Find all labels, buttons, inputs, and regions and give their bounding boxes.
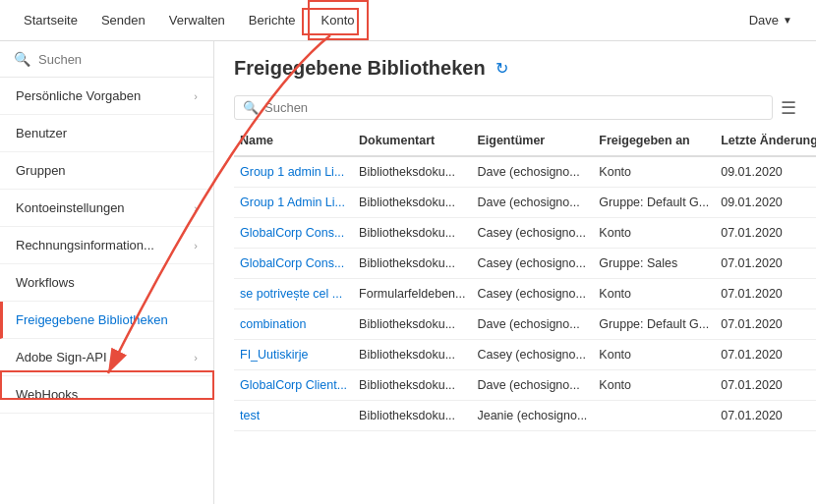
col-last-changed[interactable]: Letzte Änderung ▼ (715, 126, 816, 156)
sidebar-item-adobe-sign-api[interactable]: Adobe Sign-API › (0, 339, 213, 376)
col-name: Name (234, 126, 353, 156)
cell-type: Bibliotheksdoku... (353, 340, 471, 370)
cell-shared: Gruppe: Default G... (593, 309, 715, 340)
cell-owner: Dave (echosigno... (471, 309, 593, 340)
top-navigation: Startseite Senden Verwalten Berichte Kon… (0, 0, 816, 41)
cell-shared: Konto (593, 370, 715, 401)
table-row: Group 1 admin Li... Bibliotheksdoku... D… (234, 156, 816, 188)
cell-shared: Konto (593, 279, 715, 309)
cell-owner: Dave (echosigno... (471, 156, 593, 188)
chevron-down-icon: › (194, 352, 198, 364)
sidebar-item-label: Freigegebene Bibliotheken (16, 312, 168, 327)
toolbar-search-container[interactable]: 🔍 (234, 95, 773, 120)
cell-type: Bibliotheksdoku... (353, 188, 471, 218)
cell-type: Bibliotheksdoku... (353, 218, 471, 249)
cell-last-changed: 07.01.2020 (715, 309, 816, 340)
cell-type: Bibliotheksdoku... (353, 156, 471, 188)
table-header-row: Name Dokumentart Eigentümer Freigegeben … (234, 126, 816, 156)
cell-name[interactable]: GlobalCorp Cons... (234, 218, 353, 249)
cell-owner: Casey (echosigno... (471, 279, 593, 309)
cell-type: Bibliotheksdoku... (353, 401, 471, 431)
user-chevron-icon: ▼ (783, 15, 792, 26)
col-owner: Eigentümer (471, 126, 593, 156)
nav-berichte[interactable]: Berichte (237, 0, 308, 40)
nav-senden[interactable]: Senden (89, 0, 157, 40)
cell-last-changed: 07.01.2020 (715, 401, 816, 431)
cell-last-changed: 07.01.2020 (715, 340, 816, 370)
cell-shared (593, 401, 715, 431)
cell-name[interactable]: combination (234, 309, 353, 340)
cell-name[interactable]: test (234, 401, 353, 431)
sidebar-item-webhooks[interactable]: WebHooks (0, 376, 213, 414)
table-row: Group 1 Admin Li... Bibliotheksdoku... D… (234, 188, 816, 218)
table-row: test Bibliotheksdoku... Jeanie (echosign… (234, 401, 816, 431)
refresh-icon[interactable]: ↻ (495, 59, 508, 78)
main-content: Freigegebene Bibliotheken ↻ 🔍 ☰ Name Dok… (214, 41, 816, 504)
cell-name[interactable]: GlobalCorp Client... (234, 370, 353, 401)
cell-shared: Konto (593, 218, 715, 249)
nav-konto[interactable]: Konto (308, 0, 369, 40)
cell-owner: Casey (echosigno... (471, 340, 593, 370)
content-header: Freigegebene Bibliotheken ↻ (214, 41, 816, 89)
sidebar-item-benutzer[interactable]: Benutzer (0, 115, 213, 152)
toolbar-search-input[interactable] (264, 100, 764, 115)
sidebar-item-rechnungsinformation[interactable]: Rechnungsinformation... › (0, 227, 213, 264)
cell-owner: Dave (echosigno... (471, 370, 593, 401)
sidebar-search-input[interactable] (38, 52, 200, 67)
sidebar-item-label: Workflows (16, 275, 75, 290)
sidebar-item-persoenliche[interactable]: Persönliche Vorgaben › (0, 78, 213, 115)
cell-last-changed: 07.01.2020 (715, 279, 816, 309)
col-shared: Freigegeben an (593, 126, 715, 156)
table-row: combination Bibliotheksdoku... Dave (ech… (234, 309, 816, 340)
library-table: Name Dokumentart Eigentümer Freigegeben … (234, 126, 816, 431)
sidebar-item-label: Kontoeinstellungen (16, 200, 125, 215)
main-layout: 🔍 Persönliche Vorgaben › Benutzer Gruppe… (0, 41, 816, 504)
nav-verwalten[interactable]: Verwalten (157, 0, 237, 40)
cell-name[interactable]: se potrivește cel ... (234, 279, 353, 309)
cell-name[interactable]: GlobalCorp Cons... (234, 249, 353, 279)
chevron-down-icon: › (194, 240, 198, 252)
cell-name[interactable]: Group 1 Admin Li... (234, 188, 353, 218)
sidebar-item-kontoeinstellungen[interactable]: Kontoeinstellungen › (0, 190, 213, 227)
cell-owner: Casey (echosigno... (471, 249, 593, 279)
cell-last-changed: 07.01.2020 (715, 370, 816, 401)
col-type: Dokumentart (353, 126, 471, 156)
nav-startseite[interactable]: Startseite (12, 0, 89, 40)
cell-type: Formularfeldeben... (353, 279, 471, 309)
cell-shared: Konto (593, 340, 715, 370)
sidebar: 🔍 Persönliche Vorgaben › Benutzer Gruppe… (0, 41, 214, 504)
table-row: GlobalCorp Cons... Bibliotheksdoku... Ca… (234, 249, 816, 279)
search-icon: 🔍 (14, 51, 30, 67)
sidebar-item-workflows[interactable]: Workflows (0, 264, 213, 302)
sidebar-search-container[interactable]: 🔍 (0, 41, 213, 78)
table-row: FI_Uutiskirje Bibliotheksdoku... Casey (… (234, 340, 816, 370)
cell-shared: Gruppe: Sales (593, 249, 715, 279)
cell-name[interactable]: FI_Uutiskirje (234, 340, 353, 370)
sidebar-item-freigegebene-bibliotheken[interactable]: Freigegebene Bibliotheken (0, 302, 213, 339)
menu-icon[interactable]: ☰ (781, 97, 796, 119)
cell-last-changed: 09.01.2020 (715, 156, 816, 188)
cell-type: Bibliotheksdoku... (353, 309, 471, 340)
sidebar-item-label: Benutzer (16, 126, 67, 140)
cell-owner: Jeanie (echosigno... (471, 401, 593, 431)
cell-shared: Konto (593, 156, 715, 188)
user-name: Dave (749, 13, 779, 28)
sidebar-item-label: Persönliche Vorgaben (16, 88, 141, 103)
page-title: Freigegebene Bibliotheken (234, 57, 486, 80)
sidebar-item-label: WebHooks (16, 387, 78, 402)
search-icon: 🔍 (243, 100, 259, 115)
sidebar-item-label: Adobe Sign-API (16, 350, 107, 364)
table-row: GlobalCorp Client... Bibliotheksdoku... … (234, 370, 816, 401)
user-menu[interactable]: Dave ▼ (737, 13, 804, 28)
sidebar-item-gruppen[interactable]: Gruppen (0, 152, 213, 190)
sidebar-item-label: Rechnungsinformation... (16, 238, 154, 252)
cell-last-changed: 07.01.2020 (715, 218, 816, 249)
chevron-down-icon: › (194, 90, 198, 102)
cell-type: Bibliotheksdoku... (353, 249, 471, 279)
cell-name[interactable]: Group 1 admin Li... (234, 156, 353, 188)
chevron-down-icon: › (194, 202, 198, 214)
sidebar-item-label: Gruppen (16, 163, 66, 178)
content-toolbar: 🔍 ☰ (214, 89, 816, 126)
cell-owner: Casey (echosigno... (471, 218, 593, 249)
cell-last-changed: 09.01.2020 (715, 188, 816, 218)
